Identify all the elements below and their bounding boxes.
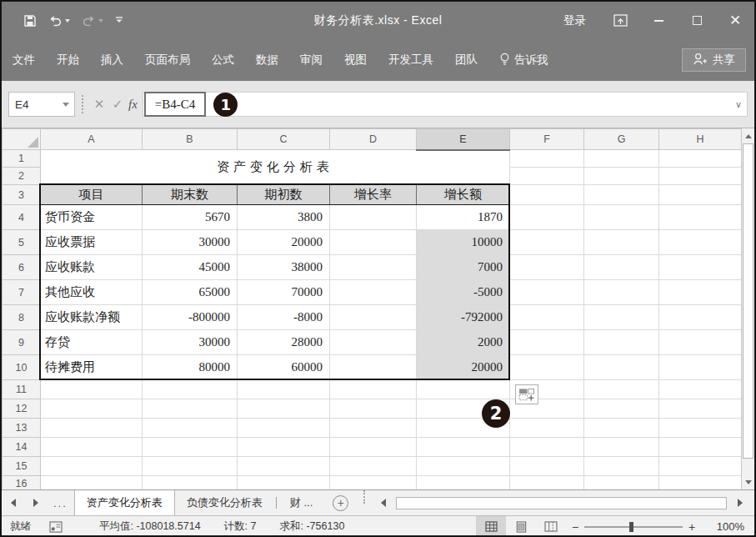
cell-B10[interactable]: 80000	[143, 355, 238, 380]
cell-D14[interactable]	[330, 438, 417, 457]
cell-H1[interactable]	[659, 150, 742, 168]
cell-G12[interactable]	[584, 399, 659, 419]
row-header-16[interactable]: 16	[3, 476, 41, 490]
cell-A15[interactable]	[41, 457, 143, 476]
cell-D5[interactable]	[330, 230, 417, 255]
cell-F10[interactable]	[510, 355, 584, 380]
name-box-dropdown-icon[interactable]	[63, 103, 69, 107]
zoom-out-button[interactable]: −	[566, 520, 584, 534]
cell-C7[interactable]: 70000	[238, 280, 330, 305]
row-header-14[interactable]: 14	[3, 438, 41, 457]
undo-icon[interactable]	[48, 14, 70, 27]
cell-F5[interactable]	[510, 230, 584, 255]
tab-data[interactable]: 数据	[245, 39, 289, 81]
cell-G10[interactable]	[584, 355, 659, 380]
cell-A16[interactable]	[41, 476, 143, 490]
tab-file[interactable]: 文件	[2, 39, 46, 81]
cell-A10[interactable]: 待摊费用	[41, 355, 143, 380]
cell-F16[interactable]	[510, 476, 584, 490]
horizontal-scrollbar-thumb[interactable]	[396, 497, 727, 509]
scroll-up-icon[interactable]	[742, 128, 754, 143]
cell-G4[interactable]	[584, 205, 659, 230]
cell-B12[interactable]	[143, 399, 238, 419]
cell-G13[interactable]	[584, 419, 659, 438]
cell-A14[interactable]	[41, 438, 143, 457]
cell-C8[interactable]: -8000	[238, 305, 330, 330]
cell-B13[interactable]	[143, 419, 238, 438]
cell-H12[interactable]	[659, 399, 742, 419]
cell-F1[interactable]	[510, 150, 584, 168]
column-header-A[interactable]: A	[41, 129, 143, 150]
cell-E7[interactable]: -5000	[417, 280, 510, 305]
cell-B6[interactable]: 45000	[143, 255, 238, 280]
cell-F13[interactable]	[510, 419, 584, 438]
row-header-8[interactable]: 8	[3, 305, 41, 330]
cell-H8[interactable]	[659, 305, 742, 330]
cell-F2[interactable]	[510, 168, 584, 185]
cell-F15[interactable]	[510, 457, 584, 476]
cell-F9[interactable]	[510, 330, 584, 355]
next-sheet-icon[interactable]	[24, 490, 47, 515]
cell-A13[interactable]	[41, 419, 143, 438]
cell-E4[interactable]: 1870	[417, 205, 510, 230]
cell-A3[interactable]: 项目	[41, 185, 143, 205]
sheet-tab-liabilities[interactable]: 负债变化分析表	[175, 490, 274, 515]
sign-in-button[interactable]: 登录	[548, 13, 601, 28]
cell-A8[interactable]: 应收账款净额	[41, 305, 143, 330]
select-all-corner[interactable]	[3, 129, 41, 150]
tab-insert[interactable]: 插入	[90, 39, 134, 81]
cell-A4[interactable]: 货币资金	[41, 205, 143, 230]
column-header-B[interactable]: B	[143, 129, 238, 150]
cell-A7[interactable]: 其他应收	[41, 280, 143, 305]
cell-G16[interactable]	[584, 476, 659, 490]
cell-B7[interactable]: 65000	[143, 280, 238, 305]
row-header-1[interactable]: 1	[3, 150, 41, 168]
cell-A9[interactable]: 存贷	[41, 330, 143, 355]
cell-D12[interactable]	[330, 399, 417, 419]
cell-G3[interactable]	[584, 185, 659, 205]
cell-B14[interactable]	[143, 438, 238, 457]
row-header-7[interactable]: 7	[3, 280, 41, 305]
cell-B9[interactable]: 30000	[143, 330, 238, 355]
cell-F3[interactable]	[510, 185, 584, 205]
cell-A5[interactable]: 应收票据	[41, 230, 143, 255]
column-header-E[interactable]: E	[417, 129, 510, 150]
cell-H5[interactable]	[659, 230, 742, 255]
cell-G9[interactable]	[584, 330, 659, 355]
cell-C3[interactable]: 期初数	[238, 185, 330, 205]
cell-G6[interactable]	[584, 255, 659, 280]
name-box[interactable]: E4	[8, 92, 75, 117]
cell-B11[interactable]	[143, 380, 238, 399]
zoom-slider-handle[interactable]	[629, 522, 633, 532]
cell-G1[interactable]	[584, 150, 659, 168]
cell-D10[interactable]	[330, 355, 417, 380]
cell-B8[interactable]: -800000	[143, 305, 238, 330]
page-break-preview-button[interactable]	[536, 516, 566, 537]
cell-F8[interactable]	[510, 305, 584, 330]
column-header-C[interactable]: C	[238, 129, 330, 150]
row-header-15[interactable]: 15	[3, 457, 41, 476]
cell-C4[interactable]: 3800	[238, 205, 330, 230]
cell-D11[interactable]	[330, 380, 417, 399]
cell-E11[interactable]	[417, 380, 510, 399]
hscroll-right-icon[interactable]	[728, 499, 751, 507]
cell-C10[interactable]: 60000	[238, 355, 330, 380]
tab-team[interactable]: 团队	[444, 39, 488, 81]
cell-H11[interactable]	[659, 380, 742, 399]
cell-H2[interactable]	[659, 168, 742, 185]
cell-A11[interactable]	[41, 380, 143, 399]
macro-record-icon[interactable]	[49, 521, 63, 533]
cell-A6[interactable]: 应收账款	[41, 255, 143, 280]
sheet-tab-assets[interactable]: 资产变化分析表	[74, 490, 175, 515]
sheet-tab-truncated[interactable]: 财 ...	[278, 490, 324, 515]
hscroll-left-icon[interactable]	[372, 499, 394, 507]
cell-B16[interactable]	[143, 476, 238, 490]
row-header-13[interactable]: 13	[3, 419, 41, 438]
horizontal-scrollbar[interactable]	[372, 490, 751, 515]
cell-D6[interactable]	[330, 255, 417, 280]
cell-C16[interactable]	[238, 476, 330, 490]
cell-E3[interactable]: 增长额	[417, 185, 510, 205]
cell-E15[interactable]	[417, 457, 510, 476]
cell-H4[interactable]	[659, 205, 742, 230]
cell-G2[interactable]	[584, 168, 659, 185]
